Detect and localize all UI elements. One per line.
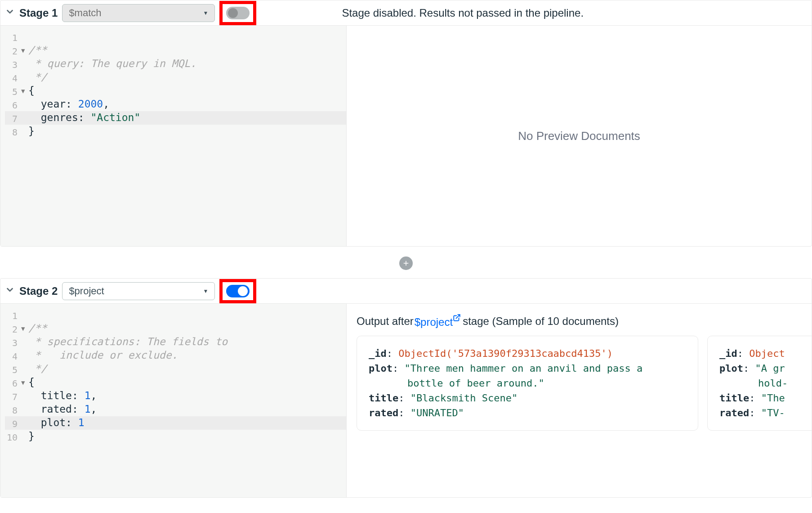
- stage-1: Stage 1 $match ▼ Stage disabled. Results…: [0, 0, 812, 247]
- external-link-icon: [453, 316, 461, 328]
- stage-1-editor[interactable]: 1 2▼/** 3 * query: The query in MQL. 4 *…: [0, 26, 347, 246]
- stage-1-header: Stage 1 $match ▼ Stage disabled. Results…: [0, 0, 812, 26]
- add-stage-row: [0, 251, 812, 278]
- stage-2: Stage 2 $project ▼ 1 2▼/** 3 * specifica…: [0, 278, 812, 498]
- stage-2-toggle-highlight: [219, 279, 256, 303]
- project-link[interactable]: $project: [415, 314, 461, 328]
- stage-2-enable-toggle[interactable]: [226, 285, 250, 297]
- stage-1-operator-value: $match: [69, 7, 101, 19]
- stage-1-operator-select[interactable]: $match ▼: [62, 4, 215, 22]
- stage-1-toggle-highlight: [219, 1, 256, 25]
- document-cards: _id: ObjectId('573a1390f29313caabcd4135'…: [357, 336, 812, 431]
- stage-2-output: Output after $project stage (Sample of 1…: [347, 304, 812, 497]
- stage-2-body: 1 2▼/** 3 * specifications: The fields t…: [0, 304, 812, 497]
- stage-1-disabled-message: Stage disabled. Results not passed in th…: [342, 7, 584, 19]
- document-card[interactable]: _id: Object plot: "A gr hold- title: "Th…: [707, 336, 812, 431]
- document-card[interactable]: _id: ObjectId('573a1390f29313caabcd4135'…: [357, 336, 698, 431]
- stage-1-body: 1 2▼/** 3 * query: The query in MQL. 4 *…: [0, 26, 812, 246]
- stage-2-header: Stage 2 $project ▼: [0, 279, 812, 304]
- add-stage-button[interactable]: [399, 256, 413, 270]
- caret-down-icon: ▼: [203, 10, 208, 16]
- chevron-down-icon[interactable]: [5, 285, 15, 297]
- output-title: Output after $project stage (Sample of 1…: [357, 314, 812, 328]
- stage-1-title: Stage 1: [19, 7, 58, 19]
- svg-line-0: [456, 315, 460, 318]
- stage-1-enable-toggle[interactable]: [226, 7, 250, 19]
- chevron-down-icon[interactable]: [5, 7, 15, 19]
- no-preview-text: No Preview Documents: [518, 129, 640, 143]
- stage-2-editor[interactable]: 1 2▼/** 3 * specifications: The fields t…: [0, 304, 347, 497]
- caret-down-icon: ▼: [203, 288, 208, 294]
- stage-2-title: Stage 2: [19, 285, 58, 297]
- stage-2-operator-value: $project: [69, 285, 104, 297]
- stage-2-operator-select[interactable]: $project ▼: [62, 282, 215, 300]
- stage-1-preview: No Preview Documents: [347, 26, 812, 246]
